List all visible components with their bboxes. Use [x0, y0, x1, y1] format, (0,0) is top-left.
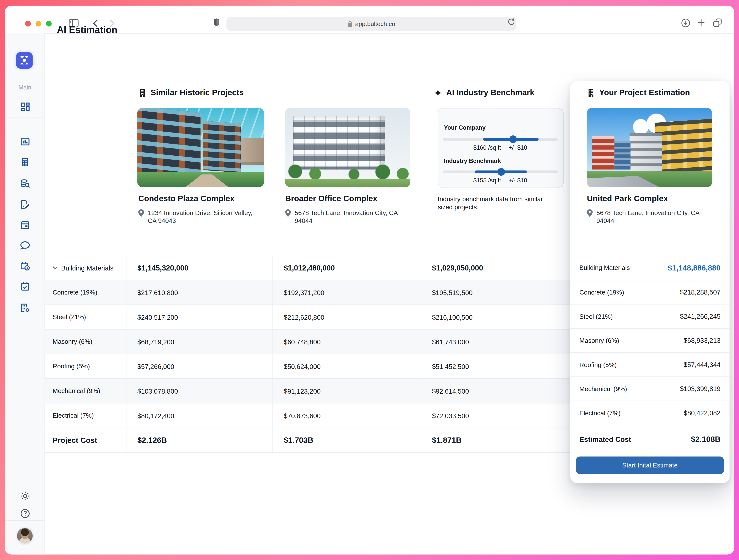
group-row: Building Materials $1,145,320,000 $1,012…	[44, 256, 575, 280]
page-title: AI Estimation	[57, 25, 117, 36]
section-estimation-title: Your Project Estimation	[599, 88, 690, 98]
tab-overview-icon[interactable]	[713, 18, 722, 27]
privacy-shield-icon[interactable]	[213, 18, 220, 27]
sidebar-item-calculator-icon[interactable]	[20, 157, 30, 167]
sidebar-section-label: Main	[18, 84, 31, 91]
lock-icon	[347, 21, 352, 27]
project-title: United Park Complex	[587, 194, 668, 204]
close-window-button[interactable]	[25, 21, 31, 27]
location-pin-icon	[285, 209, 291, 225]
location-pin-icon	[138, 209, 144, 225]
sidebar-item-tasks-icon[interactable]	[20, 281, 30, 292]
sidebar: Main	[5, 33, 45, 554]
settings-gear-icon[interactable]	[20, 491, 30, 501]
industry-slider-label: Industry Benchmark	[444, 158, 501, 164]
url-text: app.bultech.co	[355, 20, 395, 27]
industry-slider[interactable]	[443, 170, 558, 173]
header-divider	[44, 74, 729, 74]
desktop-background: app.bultech.co	[0, 0, 739, 560]
section-benchmark-title: AI Industry Benchmark	[446, 88, 535, 98]
cost-comparison-table: Building Materials $1,145,320,000 $1,012…	[44, 256, 575, 453]
project-title: Condesto Plaza Complex	[138, 194, 235, 204]
sidebar-item-schedule-icon[interactable]	[20, 261, 30, 271]
sidebar-item-dashboard-icon[interactable]	[20, 102, 30, 112]
estimate-row: Concrete (19%) $218,288,507	[570, 280, 730, 304]
table-row: Electrical (7%) $80,172,400 $70,873,600 …	[44, 403, 575, 428]
total-row: Project Cost $2.126B $1.703B $1.871B	[44, 428, 575, 453]
benchmark-note: Industry benchmark data from similar siz…	[438, 195, 557, 211]
start-initial-estimate-button[interactable]: Start Inital Estimate	[576, 456, 724, 474]
building-icon	[587, 88, 595, 98]
industry-slider-thumb[interactable]	[497, 168, 505, 176]
reload-icon[interactable]	[508, 18, 515, 26]
table-row: Concrete (19%) $217,610,800 $192,371,200…	[44, 280, 575, 305]
help-icon[interactable]	[20, 508, 30, 519]
table-row: Mechanical (9%) $103,078,800 $91,123,200…	[44, 379, 575, 403]
company-slider-thumb[interactable]	[509, 136, 517, 143]
benchmark-panel: Your Company $160 /sq ft +/- $10 Industr…	[438, 108, 564, 188]
project-address: 5678 Tech Lane, Innovation City, CA 9404…	[587, 209, 706, 225]
table-row: Roofing (5%) $57,266,000 $50,624,000 $51…	[44, 354, 575, 379]
project-address: 5678 Tech Lane, Innovation City, CA 9404…	[285, 209, 405, 225]
sidebar-divider	[5, 117, 45, 117]
table-row: Steel (21%) $240,517,200 $212,620,800 $2…	[44, 305, 575, 330]
sidebar-item-data-search-icon[interactable]	[20, 179, 30, 189]
estimate-row: Roofing (5%) $57,444,344	[570, 352, 730, 376]
section-historic-header: Similar Historic Projects	[138, 88, 244, 98]
industry-slider-value: $155 /sq ft +/- $10	[443, 177, 558, 184]
minimize-window-button[interactable]	[36, 21, 41, 27]
sidebar-item-calendar-icon[interactable]	[20, 220, 30, 230]
sidebar-divider	[5, 520, 45, 521]
chevron-down-icon[interactable]	[52, 266, 58, 269]
estimate-row: Steel (21%) $241,266,245	[570, 304, 730, 328]
section-benchmark-header: AI Industry Benchmark	[434, 88, 535, 98]
company-slider-label: Your Company	[444, 125, 485, 131]
sidebar-item-chat-icon[interactable]	[20, 240, 30, 250]
sidebar-item-contract-edit-icon[interactable]	[20, 199, 30, 210]
estimate-row: Mechanical (9%) $103,399,819	[570, 376, 730, 401]
project-address: 1234 Innovation Drive, Silicon Valley, C…	[138, 209, 258, 225]
sidebar-item-analytics-icon[interactable]	[20, 136, 30, 147]
address-bar[interactable]: app.bultech.co	[227, 17, 516, 31]
condesto-photo	[137, 108, 264, 187]
sparkle-icon	[434, 88, 442, 98]
project-title: Broader Office Complex	[285, 194, 378, 204]
estimated-cost-row: Estimated Cost $2.108B	[570, 425, 730, 453]
estimate-group-row: Building Materials $1,148,886,880	[570, 256, 730, 280]
browser-window: app.bultech.co	[5, 6, 734, 555]
group-row-label-cell[interactable]: Building Materials	[44, 264, 126, 271]
project-estimation-card: Your Project Estimation United Park Comp…	[570, 81, 730, 483]
section-estimation-header: Your Project Estimation	[587, 88, 690, 98]
app-logo[interactable]	[16, 52, 33, 69]
table-row: Masonry (6%) $68,719,200 $60,748,800 $61…	[44, 330, 575, 354]
maximize-window-button[interactable]	[46, 21, 52, 27]
broader-photo	[285, 108, 410, 187]
estimate-row: Electrical (7%) $80,422,082	[570, 400, 730, 425]
downloads-icon[interactable]	[681, 18, 690, 27]
new-tab-icon[interactable]	[697, 19, 705, 26]
location-pin-icon	[587, 209, 593, 225]
company-slider[interactable]	[443, 138, 558, 141]
building-icon	[138, 88, 146, 98]
estimate-row: Masonry (6%) $68,933,213	[570, 328, 730, 352]
sidebar-divider	[5, 74, 45, 74]
user-avatar[interactable]	[17, 528, 33, 544]
company-slider-value: $160 /sq ft +/- $10	[443, 145, 558, 151]
sidebar-item-building-settings-icon[interactable]	[20, 303, 30, 313]
united-park-photo	[587, 108, 712, 187]
section-historic-title: Similar Historic Projects	[151, 88, 244, 98]
